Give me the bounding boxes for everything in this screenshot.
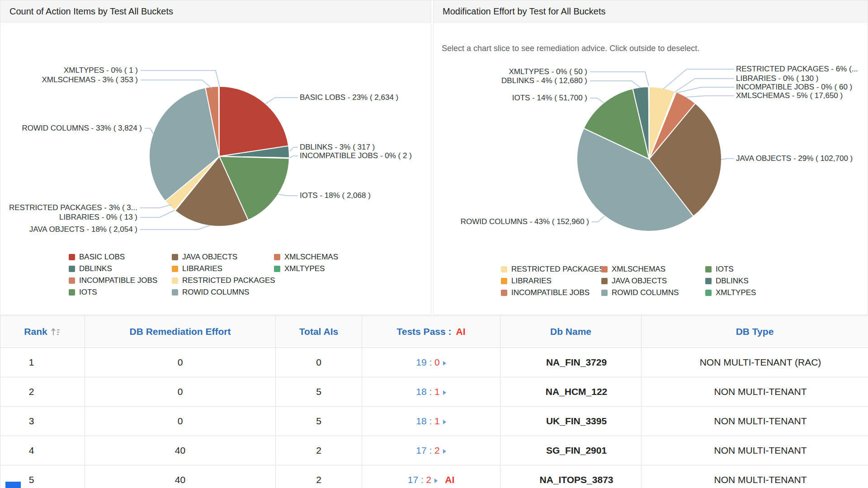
total-ais-cell: 2	[276, 436, 362, 465]
column-header-rank[interactable]: Rank	[0, 316, 85, 348]
callout-iots: IOTS - 18% ( 2,068 )	[300, 191, 371, 200]
legend-item-java-objects[interactable]: JAVA OBJECTS	[172, 251, 275, 263]
db-ranking-table: Rank DB Remediation Effort Total AIs Tes…	[0, 315, 868, 488]
tests-pass-cell: 19 : 0	[362, 348, 500, 377]
callout-basic-lobs: BASIC LOBS - 23% ( 2,634 )	[300, 93, 398, 102]
legend-label: XMLTYPES	[284, 264, 325, 273]
legend-label: LIBRARIES	[511, 277, 552, 286]
expand-row-icon[interactable]	[434, 479, 438, 483]
legend-item-libraries[interactable]: LIBRARIES	[501, 275, 604, 287]
legend-column: JAVA OBJECTSLIBRARIESRESTRICTED PACKAGES…	[172, 251, 275, 298]
legend-swatch	[501, 278, 507, 284]
table-row[interactable]: 10019 : 0NA_FIN_3729NON MULTI-TENANT (RA…	[0, 348, 868, 377]
legend-item-dblinks[interactable]: DBLINKS	[705, 275, 756, 287]
panel-left-title: Count of Action Items by Test All Bucket…	[9, 0, 173, 22]
legend-item-xmltypes[interactable]: XMLTYPES	[705, 287, 756, 299]
legend-item-xmltypes[interactable]: XMLTYPES	[274, 263, 338, 275]
panel-count-of-action-items: Count of Action Items by Test All Bucket…	[0, 0, 431, 315]
legend-item-iots[interactable]: IOTS	[69, 286, 157, 298]
tests-fail-count: 1	[434, 386, 440, 397]
legend-swatch	[69, 289, 75, 296]
legend-column: IOTSDBLINKSXMLTYPES	[705, 263, 756, 299]
table-row[interactable]: 20518 : 1NA_HCM_122NON MULTI-TENANT	[0, 377, 868, 407]
pie-chart-count-action-items[interactable]	[138, 75, 301, 238]
legend-swatch	[601, 266, 608, 272]
legend-item-xmlschemas[interactable]: XMLSCHEMAS	[601, 263, 679, 275]
pie-slice-basic-lobs[interactable]	[219, 86, 288, 156]
legend-swatch	[501, 290, 507, 296]
tests-pass-count: 18 :	[416, 386, 434, 397]
legend-swatch	[69, 277, 75, 284]
panel-left-titlebar: Count of Action Items by Test All Bucket…	[0, 0, 431, 23]
total-ais-cell: 0	[276, 348, 362, 377]
tests-pass-count: 17 :	[416, 445, 434, 455]
legend-item-java-objects[interactable]: JAVA OBJECTS	[601, 275, 679, 287]
legend-item-rowid-columns[interactable]: ROWID COLUMNS	[172, 286, 275, 298]
tests-pass-count: 17 :	[408, 474, 426, 485]
sort-ascending-icon[interactable]	[50, 327, 61, 336]
callout-xmltypes: XMLTYPES - 0% ( 1 )	[64, 66, 138, 75]
total-ais-cell: 5	[276, 377, 362, 407]
legend-label: XMLTYPES	[716, 288, 756, 297]
legend-item-restricted-packages[interactable]: RESTRICTED PACKAGES	[172, 275, 275, 286]
cutoff-blue-element	[5, 482, 21, 488]
legend-item-iots[interactable]: IOTS	[705, 263, 756, 275]
legend-swatch	[172, 289, 178, 296]
legend-item-incompatible-jobs[interactable]: INCOMPATIBLE JOBS	[501, 287, 604, 299]
legend-label: ROWID COLUMNS	[182, 288, 249, 297]
pie-slice-xmltypes[interactable]	[649, 87, 649, 159]
expand-row-icon[interactable]	[443, 361, 446, 366]
rank-cell: 1	[0, 348, 85, 377]
callout-libraries: LIBRARIES - 0% ( 13 )	[59, 213, 137, 222]
db-type-cell: NON MULTI-TENANT	[642, 377, 868, 407]
db-type-cell: NON MULTI-TENANT	[642, 465, 868, 488]
db-name-cell: NA_FIN_3729	[500, 348, 642, 377]
table-row[interactable]: 30518 : 1UK_FIN_3395NON MULTI-TENANT	[0, 407, 868, 436]
table-row[interactable]: 440217 : 2SG_FIN_2901NON MULTI-TENANT	[0, 436, 868, 465]
legend-label: RESTRICTED PACKAGES	[182, 276, 275, 285]
legend-column: XMLSCHEMASJAVA OBJECTSROWID COLUMNS	[601, 263, 679, 299]
legend-label: IOTS	[79, 288, 97, 297]
tests-pass-cell: 18 : 1	[362, 407, 500, 436]
column-header-db-type[interactable]: DB Type	[642, 316, 868, 348]
expand-row-icon[interactable]	[443, 390, 446, 395]
legend-label: BASIC LOBS	[79, 253, 125, 262]
callout-xmlschemas: XMLSCHEMAS - 3% ( 353 )	[42, 75, 138, 84]
total-ais-cell: 2	[276, 465, 362, 488]
legend-label: XMLSCHEMAS	[284, 253, 338, 262]
db-remediation-effort-cell: 40	[85, 465, 276, 488]
column-header-total-ais[interactable]: Total AIs	[276, 316, 362, 348]
expand-row-icon[interactable]	[443, 420, 446, 424]
db-type-cell: NON MULTI-TENANT (RAC)	[642, 348, 868, 377]
tests-fail-count: 1	[434, 416, 440, 426]
callout-java-objects: JAVA OBJECTS - 18% ( 2,054 )	[29, 225, 137, 234]
table-row[interactable]: 540217 : 2AINA_ITOPS_3873NON MULTI-TENAN…	[0, 465, 868, 488]
rank-cell: 2	[0, 377, 85, 407]
legend-item-basic-lobs[interactable]: BASIC LOBS	[69, 251, 157, 263]
legend-item-xmlschemas[interactable]: XMLSCHEMAS	[274, 251, 338, 263]
tests-fail-count: 0	[434, 357, 440, 367]
legend-label: LIBRARIES	[182, 264, 222, 273]
column-header-db-remediation-effort[interactable]: DB Remediation Effort	[85, 316, 276, 348]
header-ai-label: AI	[456, 326, 466, 337]
legend-item-restricted-packages[interactable]: RESTRICTED PACKAGES	[501, 263, 604, 275]
column-header-db-name[interactable]: Db Name	[500, 316, 642, 348]
legend-label: DBLINKS	[79, 264, 112, 273]
db-type-cell: NON MULTI-TENANT	[642, 407, 868, 436]
db-remediation-effort-cell: 40	[85, 436, 276, 465]
pie-slice-xmltypes[interactable]	[219, 86, 219, 156]
legend-item-incompatible-jobs[interactable]: INCOMPATIBLE JOBS	[69, 275, 157, 286]
legend-swatch	[601, 290, 608, 296]
legend-item-rowid-columns[interactable]: ROWID COLUMNS	[601, 287, 679, 299]
legend-item-libraries[interactable]: LIBRARIES	[172, 263, 275, 275]
legend-item-dblinks[interactable]: DBLINKS	[69, 263, 157, 275]
legend-label: XMLSCHEMAS	[612, 265, 665, 274]
tests-pass-count: 18 :	[416, 416, 434, 426]
expand-row-icon[interactable]	[443, 449, 446, 454]
legend-column: BASIC LOBSDBLINKSINCOMPATIBLE JOBSIOTS	[69, 251, 157, 298]
column-header-tests-pass[interactable]: Tests Pass :AI	[362, 316, 500, 348]
callout-java-objects: JAVA OBJECTS - 29% ( 102,700 )	[736, 154, 853, 163]
legend-swatch	[69, 266, 75, 272]
pie-chart-modification-effort[interactable]	[568, 78, 731, 240]
chart-hint-text: Select a chart slice to see remediation …	[442, 44, 699, 53]
